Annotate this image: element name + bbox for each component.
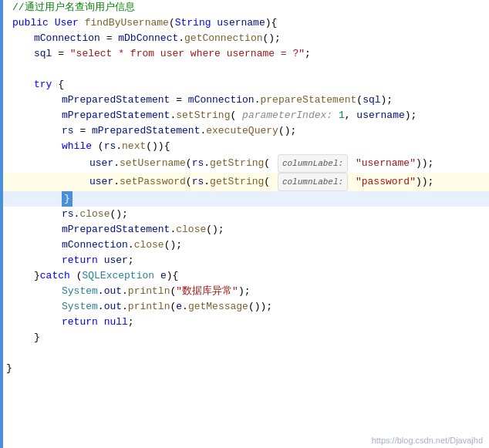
line-get-connection: mConnection = mDbConnect . getConnection… <box>0 31 489 46</box>
line-close-catch: } <box>0 330 489 345</box>
paren2: ( <box>264 156 276 171</box>
type-user: User <box>55 15 79 31</box>
code-container: //通过用户名查询用户信息 public User findByUsername… <box>0 0 489 448</box>
var-user2: user <box>89 174 113 190</box>
line-setpassword: user . setPassword ( rs . getString ( co… <box>0 173 489 191</box>
space <box>211 15 218 31</box>
fn-println1: println <box>128 284 170 299</box>
line-method-signature: public User findByUsername ( String user… <box>0 15 489 31</box>
line-catch: } catch ( SQLException e ){ <box>0 268 489 284</box>
var-mdbconnect: mDbConnect <box>118 31 178 46</box>
cn-system: System <box>62 284 98 299</box>
line-return-null: return null ; <box>0 315 489 330</box>
fn-setstring: setString <box>176 108 230 123</box>
dot3: . <box>182 299 188 315</box>
tooltip-columnlabel1: columnLabel: <box>278 154 348 173</box>
brace-close3: } <box>34 330 40 345</box>
space: ( <box>70 268 83 284</box>
fn-println2: println <box>128 299 170 315</box>
kw-while: while <box>62 139 92 154</box>
var-sql: sql <box>34 46 52 62</box>
parens: (); <box>206 222 224 237</box>
space <box>79 15 85 31</box>
kw-public: public <box>12 15 49 31</box>
parens: ()); <box>248 299 272 315</box>
watermark: https://blog.csdn.net/Djavajhd <box>372 436 483 445</box>
kw-try: try <box>34 77 52 93</box>
line-close-while: } <box>0 191 489 207</box>
equals: = <box>74 123 92 139</box>
paren-close: ()){ <box>146 139 170 154</box>
space: { <box>52 77 64 93</box>
dot: . <box>113 156 120 171</box>
str-password: "password" <box>356 174 416 190</box>
line-ps-close: mPreparedStatement . close (); <box>0 222 489 237</box>
space <box>332 108 339 123</box>
paren: ( <box>170 299 176 315</box>
tooltip-columnlabel2: columnLabel: <box>278 173 348 191</box>
dot: . <box>170 108 176 123</box>
str-sql: "select * from user where username = ?" <box>70 46 305 62</box>
fn-getstring: getString <box>210 156 264 171</box>
fn-setpassword: setPassword <box>120 174 186 190</box>
dot: . <box>255 93 261 108</box>
var-user: user <box>89 156 113 171</box>
paren-close: ); <box>238 284 251 299</box>
var-rs: rs <box>62 123 74 139</box>
line-executequery: rs = mPreparedStatement . executeQuery (… <box>0 123 489 139</box>
var-e2: e <box>176 299 182 315</box>
line-rs-close: rs . close (); <box>0 207 489 222</box>
empty <box>6 345 12 361</box>
str-chinese-error: "数据库异常" <box>176 284 238 299</box>
paren-brace: ){ <box>167 268 179 284</box>
dot: . <box>128 237 134 253</box>
paren: ( <box>186 156 192 171</box>
line-return: return user ; <box>0 253 489 268</box>
paren-close2: )); <box>416 174 433 190</box>
semicolon: ; <box>128 315 134 330</box>
line-empty-2 <box>0 345 489 361</box>
fn-getstring2: getString <box>210 174 264 190</box>
paren: ( <box>92 139 104 154</box>
var-mpreparedstatement: mPreparedStatement <box>62 93 170 108</box>
kw-return: return <box>62 253 98 268</box>
line-sql: sql = "select * from user where username… <box>0 46 489 62</box>
var-out: out <box>104 284 122 299</box>
semicolon: ; <box>305 46 311 62</box>
str-username: "username" <box>356 156 416 171</box>
var-mps3: mPreparedStatement <box>92 123 200 139</box>
fn-next: next <box>122 139 146 154</box>
space <box>349 174 356 190</box>
cn-system2: System <box>62 299 98 315</box>
fn-preparestatement: prepareStatement <box>260 93 356 108</box>
brace-close: } <box>62 191 73 207</box>
var-rs2: rs <box>104 139 116 154</box>
dot2: . <box>122 284 128 299</box>
space <box>98 253 104 268</box>
fn-getconnection: getConnection <box>184 31 262 46</box>
parens: (); <box>164 237 182 253</box>
paren-close2: )); <box>416 156 433 171</box>
line-setusername: user . setUsername ( rs . getString ( co… <box>0 154 489 173</box>
type-string: String <box>175 15 211 31</box>
left-border <box>0 0 3 448</box>
space <box>49 15 55 31</box>
line-empty-1 <box>0 62 489 77</box>
fn-connclose: close <box>134 237 164 253</box>
fn-rsclose: close <box>79 207 110 222</box>
paren-close: ){ <box>265 15 278 31</box>
fn-psclose: close <box>176 222 206 237</box>
var-user3: user <box>104 253 128 268</box>
line-comment: //通过用户名查询用户信息 <box>0 0 489 15</box>
dot: . <box>178 31 184 46</box>
var-mps4: mPreparedStatement <box>62 222 170 237</box>
kw-return2: return <box>62 315 98 330</box>
line-close-method: } <box>0 361 489 376</box>
var-rs4: rs <box>192 174 204 190</box>
var-out2: out <box>104 299 122 315</box>
empty <box>6 62 12 77</box>
dot: . <box>116 139 122 154</box>
paren: ( <box>186 174 192 190</box>
dot2: . <box>122 299 128 315</box>
line-setstring: mPreparedStatement . setString ( paramet… <box>0 108 489 123</box>
